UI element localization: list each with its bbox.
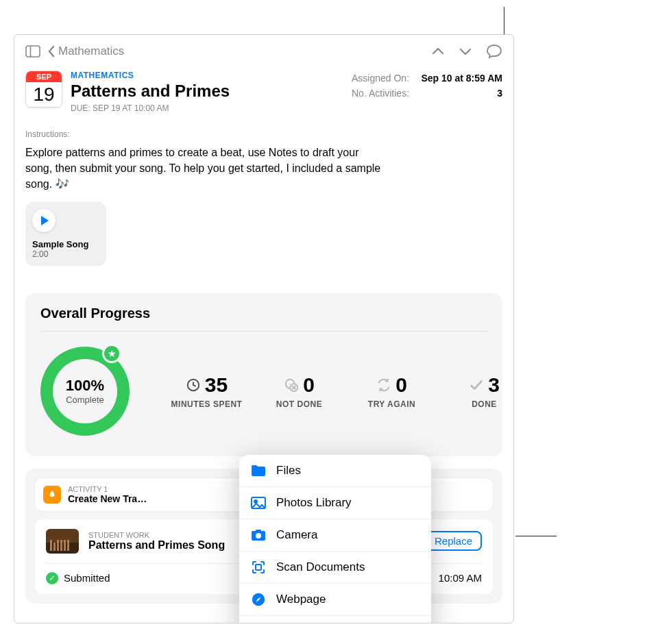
stat-notdone-value: 0 [303, 373, 315, 397]
submitted-check-icon: ✓ [46, 572, 58, 584]
tryagain-icon [376, 377, 391, 393]
progress-complete-label: Complete [66, 395, 104, 405]
play-button[interactable] [32, 209, 56, 232]
garageband-icon [43, 486, 61, 504]
menu-scan[interactable]: Scan Documents [239, 551, 431, 583]
back-button[interactable]: Mathematics [47, 45, 124, 58]
calendar-icon: SEP 19 [25, 71, 62, 108]
calendar-day: 19 [33, 84, 54, 106]
submitted-time: 10:09 AM [439, 572, 482, 584]
replace-button[interactable]: Replace [425, 531, 482, 551]
menu-photos-label: Photos Library [276, 496, 352, 510]
activities-count-value: 3 [497, 88, 502, 99]
attachment-source-menu: Files Photos Library Camera Scan Documen… [239, 455, 431, 623]
back-label: Mathematics [58, 45, 124, 58]
menu-webpage[interactable]: Webpage [239, 583, 431, 615]
assigned-on-label: Assigned On: [352, 73, 409, 84]
notdone-icon [284, 377, 299, 393]
attachment-name: Sample Song [32, 239, 99, 249]
stat-done-value: 3 [488, 373, 500, 397]
menu-camera[interactable]: Camera [239, 519, 431, 551]
stat-minutes-value: 35 [205, 373, 228, 397]
activity-1[interactable]: ACTIVITY 1 Create New Tra… [35, 478, 260, 511]
camera-icon [250, 527, 267, 543]
chat-icon[interactable] [486, 44, 502, 59]
activities-count-row: No. Activities: 3 [352, 86, 502, 101]
photo-icon [250, 495, 267, 511]
safari-icon [250, 591, 267, 608]
svg-point-11 [254, 500, 257, 503]
stat-tryagain: 0 TRY AGAIN [356, 373, 428, 409]
menu-files[interactable]: Files [239, 455, 431, 486]
assigned-on-value: Sep 10 at 8:59 AM [421, 73, 502, 84]
nav-up-icon[interactable] [431, 47, 445, 56]
star-badge-icon: ★ [102, 344, 121, 363]
activity-1-title: Create New Tra… [68, 493, 147, 504]
activities-card: ACTIVITY 1 Create New Tra… ACTIVITY 2 Us… [25, 469, 502, 604]
progress-card: Overall Progress 100% Complete ★ 35 MINU… [25, 293, 502, 456]
stat-done: 3 DONE [448, 373, 514, 409]
nav-down-icon[interactable] [459, 47, 472, 56]
assigned-on-row: Assigned On: Sep 10 at 8:59 AM [352, 71, 502, 86]
stat-minutes-label: MINUTES SPENT [171, 399, 243, 409]
menu-webpage-label: Webpage [276, 593, 326, 606]
submitted-label: Submitted [64, 572, 110, 584]
menu-bookmarks[interactable]: Bookmarks [239, 615, 431, 623]
instructions-label: Instructions: [25, 129, 502, 139]
progress-percent: 100% [66, 377, 104, 395]
activity-1-label: ACTIVITY 1 [68, 485, 147, 493]
progress-ring: 100% Complete ★ [40, 347, 130, 436]
menu-camera-label: Camera [276, 528, 317, 542]
stat-done-label: DONE [448, 399, 514, 409]
clock-icon [186, 377, 201, 393]
menu-photos[interactable]: Photos Library [239, 486, 431, 519]
attachment-duration: 2:00 [32, 249, 99, 259]
stat-notdone: 0 NOT DONE [263, 373, 335, 409]
stat-minutes: 35 MINUTES SPENT [171, 373, 243, 409]
calendar-month: SEP [26, 71, 62, 82]
svg-point-12 [256, 533, 261, 538]
song-thumbnail-icon [46, 529, 79, 554]
menu-scan-label: Scan Documents [276, 560, 365, 574]
svg-rect-0 [26, 46, 40, 57]
stat-tryagain-label: TRY AGAIN [356, 399, 428, 409]
svg-rect-13 [256, 565, 261, 570]
callout-line-replace [515, 536, 557, 536]
assignment-title: Patterns and Primes [71, 82, 230, 101]
check-icon [469, 377, 484, 393]
student-work-label: STUDENT WORK [88, 531, 225, 539]
top-bar: Mathematics [25, 42, 502, 61]
attachment-card[interactable]: Sample Song 2:00 [25, 202, 106, 266]
activities-count-label: No. Activities: [352, 88, 409, 99]
sidebar-toggle-icon[interactable] [25, 45, 40, 58]
scan-icon [250, 559, 267, 575]
due-label: DUE: SEP 19 AT 10:00 AM [71, 103, 230, 113]
assignment-header: SEP 19 MATHEMATICS Patterns and Primes D… [25, 71, 502, 113]
divider [40, 331, 487, 332]
instructions-text: Explore patterns and primes to create a … [25, 145, 382, 193]
progress-title: Overall Progress [40, 306, 487, 321]
app-window: Mathematics SEP 19 MATHEMATIC [14, 34, 514, 623]
category-label: MATHEMATICS [71, 71, 230, 80]
student-work-title: Patterns and Primes Song [88, 539, 225, 552]
stat-tryagain-value: 0 [395, 373, 407, 397]
menu-files-label: Files [276, 464, 301, 478]
folder-icon [250, 462, 267, 479]
stat-notdone-label: NOT DONE [263, 399, 335, 409]
